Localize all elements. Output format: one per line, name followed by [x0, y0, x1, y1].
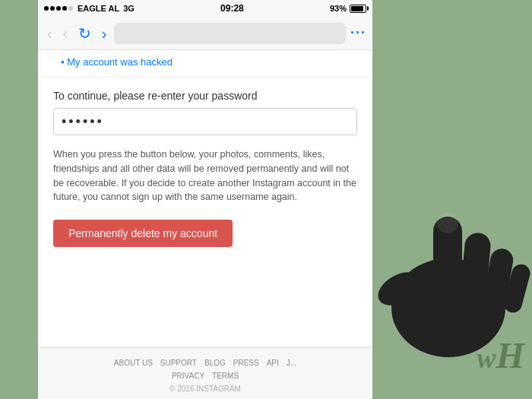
svg-rect-4 [482, 247, 515, 311]
carrier-label: EAGLE AL [78, 4, 119, 13]
footer-copyright: © 2016 INSTAGRAM [46, 385, 365, 393]
signal-dots [44, 6, 73, 11]
delete-account-button[interactable]: Permanently delete my account [53, 220, 233, 247]
reload-button[interactable]: ↻ [75, 23, 94, 44]
password-label: To continue, please re-enter your passwo… [53, 90, 357, 102]
wikihow-watermark: wH [477, 334, 524, 376]
footer-api[interactable]: API [267, 359, 279, 367]
network-label: 3G [123, 4, 135, 13]
back-button-2[interactable]: ‹ [60, 24, 71, 43]
hacked-link[interactable]: My account was hacked [38, 50, 372, 78]
footer-press[interactable]: PRESS [233, 359, 259, 367]
footer-links-row2: PRIVACY TERMS [46, 372, 365, 380]
svg-rect-3 [460, 232, 492, 306]
footer-about[interactable]: ABOUT US [114, 359, 153, 367]
battery-percent: 93% [330, 4, 347, 13]
footer-terms[interactable]: TERMS [212, 372, 239, 380]
page-footer: ABOUT US SUPPORT BLOG PRESS API J... PRI… [38, 347, 372, 399]
forward-button[interactable]: › [99, 23, 110, 44]
password-input[interactable] [53, 108, 357, 135]
more-button[interactable]: ··· [350, 25, 366, 41]
svg-rect-2 [433, 217, 462, 300]
info-text: When you press the button below, your ph… [53, 147, 357, 204]
status-bar: EAGLE AL 3G 09:28 93% [38, 0, 372, 17]
footer-support[interactable]: SUPPORT [160, 359, 197, 367]
footer-links-row1: ABOUT US SUPPORT BLOG PRESS API J... [46, 359, 365, 367]
phone-frame: EAGLE AL 3G 09:28 93% ‹ ‹ ↻ › ··· My acc… [38, 0, 372, 399]
svg-point-1 [372, 265, 426, 312]
back-button[interactable]: ‹ [44, 23, 55, 44]
footer-privacy[interactable]: PRIVACY [172, 372, 204, 380]
status-right: 93% [330, 4, 366, 13]
battery-icon [350, 5, 366, 13]
footer-blog[interactable]: BLOG [204, 359, 226, 367]
browser-nav-bar: ‹ ‹ ↻ › ··· [38, 17, 372, 50]
svg-rect-5 [502, 262, 532, 315]
url-bar[interactable] [114, 23, 346, 44]
time-display: 09:28 [220, 3, 244, 14]
svg-point-6 [437, 212, 458, 233]
page-content[interactable]: My account was hacked To continue, pleas… [38, 50, 372, 347]
footer-jobs[interactable]: J... [287, 359, 296, 367]
status-left: EAGLE AL 3G [44, 4, 135, 13]
